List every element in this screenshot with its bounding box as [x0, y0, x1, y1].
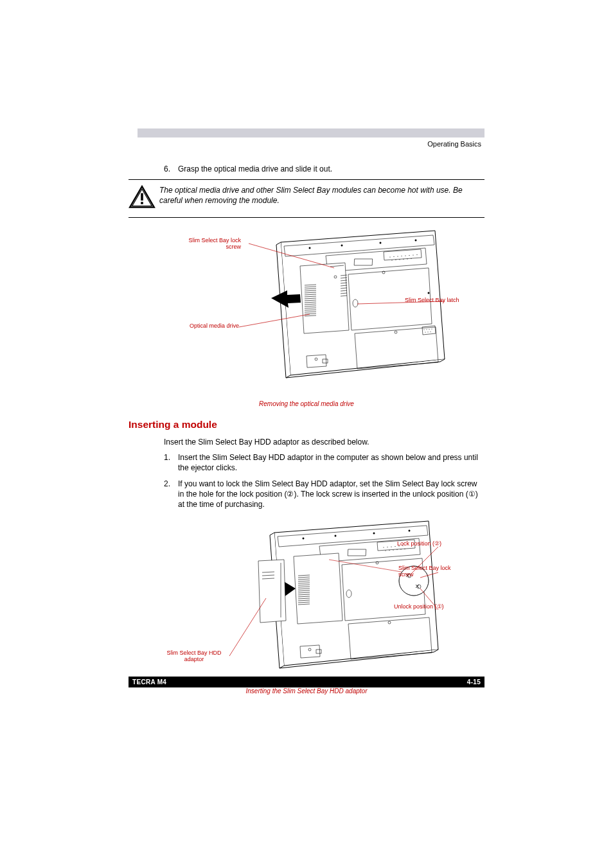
step-2-text: If you want to lock the Slim Select Bay …	[178, 479, 484, 510]
svg-point-31	[431, 332, 431, 332]
svg-rect-2	[141, 193, 143, 201]
figure2-label-lock-position: Lock position (②)	[397, 540, 468, 547]
figure2-label-adaptor: Slim Select Bay HDD adaptor	[162, 650, 226, 663]
svg-point-28	[432, 329, 432, 330]
svg-point-5	[341, 245, 342, 246]
svg-point-74	[387, 547, 387, 547]
caution-text: The optical media drive and other Slim S…	[159, 185, 484, 212]
caution-icon	[129, 185, 159, 212]
svg-point-20	[403, 259, 404, 260]
step-2-number: 2.	[164, 479, 178, 510]
svg-rect-3	[141, 202, 143, 204]
svg-point-12	[401, 256, 402, 256]
svg-point-25	[424, 329, 425, 330]
svg-point-6	[380, 242, 381, 244]
footer-model: TECRA M4	[132, 678, 166, 686]
svg-point-16	[416, 254, 417, 255]
svg-point-9	[389, 256, 390, 257]
caution-block: The optical media drive and other Slim S…	[129, 185, 484, 212]
svg-line-120	[229, 598, 266, 656]
section-intro: Insert the Slim Select Bay HDD adaptor a…	[164, 437, 484, 447]
section-heading-inserting-module: Inserting a module	[129, 419, 484, 430]
figure2-caption: Inserting the Slim Select Bay HDD adapto…	[129, 687, 484, 695]
svg-point-76	[395, 546, 395, 547]
svg-point-68	[303, 538, 304, 539]
figure1-label-lock-screw: Slim Select Bay lock screw	[183, 237, 241, 251]
figure1-label-drive: Optical media drive	[178, 323, 239, 329]
svg-point-81	[393, 550, 393, 551]
circled-1-symbol: ①	[468, 490, 475, 499]
step-1-text: Insert the Slim Select Bay HDD adaptor i…	[178, 452, 484, 473]
svg-point-30	[428, 332, 429, 332]
step-2-text-b: ). The lock screw is inserted in the unl…	[294, 490, 468, 499]
figure1-caption: Removing the optical media drive	[129, 400, 484, 407]
divider	[129, 217, 484, 218]
svg-point-82	[396, 549, 397, 550]
footer-bar: TECRA M4 4-15	[129, 677, 484, 687]
footer-page-number: 4-15	[467, 678, 481, 686]
svg-point-13	[405, 255, 405, 256]
svg-point-71	[409, 530, 410, 531]
header-bar	[138, 128, 484, 137]
divider	[129, 179, 484, 180]
circled-2-symbol: ②	[287, 490, 294, 499]
svg-point-22	[411, 258, 411, 259]
svg-point-7	[415, 240, 416, 241]
svg-point-84	[404, 549, 405, 549]
svg-point-17	[391, 260, 392, 260]
svg-point-14	[409, 255, 409, 256]
svg-point-73	[383, 547, 384, 548]
svg-point-19	[399, 259, 400, 260]
svg-point-4	[309, 247, 310, 249]
svg-point-11	[397, 256, 398, 256]
svg-point-80	[389, 550, 389, 551]
svg-point-26	[427, 329, 427, 330]
figure-inserting-adaptor: Lock position (②) Slim Select Bay lock s…	[129, 515, 484, 685]
svg-point-70	[373, 533, 375, 534]
svg-point-75	[391, 547, 391, 547]
svg-point-83	[400, 549, 401, 550]
figure2-label-unlock-position: Unlock position (①)	[394, 603, 468, 610]
svg-point-63	[334, 276, 337, 278]
svg-point-21	[407, 258, 407, 259]
step-2: 2. If you want to lock the Slim Select B…	[129, 479, 484, 510]
svg-point-79	[385, 551, 386, 551]
svg-point-69	[335, 535, 336, 536]
svg-point-10	[393, 256, 394, 257]
step-6: 6. Grasp the optical media drive and sli…	[129, 164, 484, 174]
header-section-label: Operating Basics	[427, 140, 481, 148]
svg-point-29	[425, 332, 426, 332]
svg-point-24	[428, 292, 429, 294]
svg-point-27	[429, 329, 430, 330]
step-1: 1. Insert the Slim Select Bay HDD adapto…	[129, 452, 484, 473]
figure1-label-latch: Slim Select Bay latch	[405, 297, 475, 303]
svg-point-61	[353, 299, 358, 307]
step-6-text: Grasp the optical media drive and slide …	[178, 164, 484, 174]
svg-point-15	[413, 254, 413, 255]
figure-removing-drive: Slim Select Bay lock screw Slim Select B…	[129, 224, 484, 398]
step-1-number: 1.	[164, 452, 178, 473]
step-6-number: 6.	[164, 164, 178, 174]
figure2-label-lock-screw: Slim Select Bay lock screw	[398, 565, 456, 578]
svg-point-18	[395, 260, 396, 260]
